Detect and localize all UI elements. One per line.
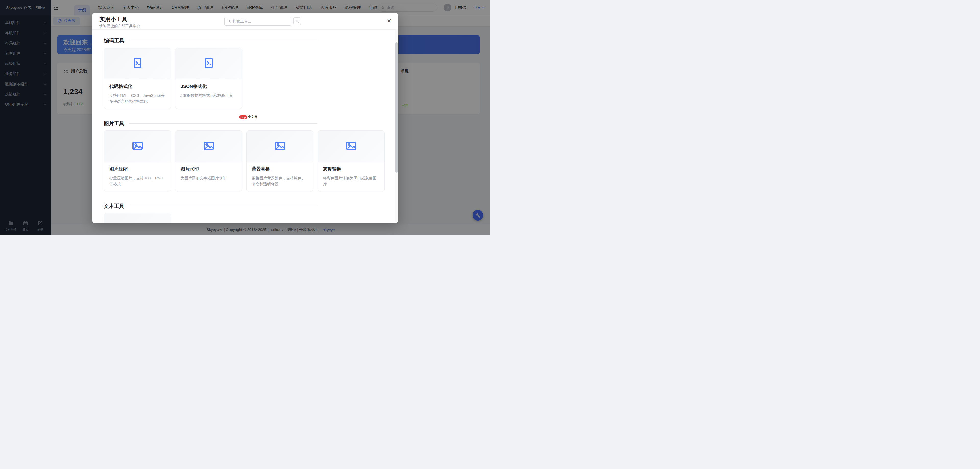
watermark-site-label: 中文网 xyxy=(248,115,257,119)
text-a-icon xyxy=(132,223,144,223)
section-title: 图片工具 xyxy=(104,120,124,127)
section-title: 文本工具 xyxy=(104,203,124,210)
modal-subtitle: 快速便捷的在线工具集合 xyxy=(99,24,140,29)
image-icon xyxy=(203,140,215,153)
section-divider xyxy=(129,123,317,124)
tool-section-文本工具: 文本工具 xyxy=(104,203,385,223)
tool-card-背景替换[interactable]: 背景替换更换图片背景颜色，支持纯色、渐变和透明背景 xyxy=(247,130,313,191)
modal-scrollbar-thumb[interactable] xyxy=(395,42,398,173)
tool-name: JSON格式化 xyxy=(180,83,237,89)
image-icon xyxy=(274,140,286,153)
app-root: Skyeye云 作者: 卫志强 基础组件导航组件布局组件表单组件高级用法业务组件… xyxy=(0,0,490,235)
tool-name: 代码格式化 xyxy=(109,83,165,89)
modal-header: 实用小工具 快速便捷的在线工具集合 ✕ xyxy=(92,13,398,30)
tool-section-编码工具: 编码工具代码格式化支持HTML、CSS、JavaScript等多种语言的代码格式… xyxy=(104,37,385,109)
tool-search-input[interactable] xyxy=(232,19,288,24)
tool-desc: 将彩色图片转换为黑白或灰度图片 xyxy=(323,175,379,187)
tool-grid: 图片压缩批量压缩图片，支持JPG、PNG等格式图片水印为图片添加文字或图片水印背… xyxy=(104,130,385,191)
tool-card-图片水印[interactable]: 图片水印为图片添加文字或图片水印 xyxy=(175,130,242,191)
tool-grid: 代码格式化支持HTML、CSS、JavaScript等多种语言的代码格式化JSO… xyxy=(104,48,385,109)
tool-desc: 更换图片背景颜色，支持纯色、渐变和透明背景 xyxy=(252,175,308,187)
image-icon xyxy=(345,140,357,153)
modal-title: 实用小工具 xyxy=(99,16,127,23)
tool-name: 灰度转换 xyxy=(323,166,379,172)
tool-desc: 批量压缩图片，支持JPG、PNG等格式 xyxy=(109,175,165,187)
tool-desc: 支持HTML、CSS、JavaScript等多种语言的代码格式化 xyxy=(109,93,165,104)
tools-modal: 实用小工具 快速便捷的在线工具集合 ✕ 编码工具代码格式化支持HTML、CSS、… xyxy=(92,13,398,223)
tool-section-图片工具: 图片工具图片压缩批量压缩图片，支持JPG、PNG等格式图片水印为图片添加文字或图… xyxy=(104,120,385,191)
section-title: 编码工具 xyxy=(104,37,124,44)
terminal-icon xyxy=(132,57,144,70)
tool-search-button[interactable] xyxy=(293,17,301,25)
search-icon xyxy=(295,19,299,23)
php-watermark: php 中文网 xyxy=(239,115,257,119)
image-icon xyxy=(132,140,144,153)
modal-body: 编码工具代码格式化支持HTML、CSS、JavaScript等多种语言的代码格式… xyxy=(92,30,395,223)
tool-card-JSON格式化[interactable]: JSON格式化JSON数据的格式化和校验工具 xyxy=(175,48,242,109)
tool-card-灰度转换[interactable]: 灰度转换将彩色图片转换为黑白或灰度图片 xyxy=(318,130,385,191)
terminal-icon xyxy=(203,57,215,70)
tool-name: 图片水印 xyxy=(180,166,237,172)
tool-desc: 为图片添加文字或图片水印 xyxy=(180,175,237,181)
tool-card-图片压缩[interactable]: 图片压缩批量压缩图片，支持JPG、PNG等格式 xyxy=(104,130,171,191)
modal-close-button[interactable]: ✕ xyxy=(386,18,392,24)
tool-desc: JSON数据的格式化和校验工具 xyxy=(180,93,237,99)
tool-search-box xyxy=(224,17,291,25)
search-icon xyxy=(227,19,231,23)
tool-name: 背景替换 xyxy=(252,166,308,172)
tool-card-partial[interactable] xyxy=(104,213,171,223)
tool-grid xyxy=(104,213,385,223)
modal-scrollbar xyxy=(395,29,398,223)
php-badge-icon: php xyxy=(239,115,247,119)
tool-card-代码格式化[interactable]: 代码格式化支持HTML、CSS、JavaScript等多种语言的代码格式化 xyxy=(104,48,171,109)
tool-name: 图片压缩 xyxy=(109,166,165,172)
